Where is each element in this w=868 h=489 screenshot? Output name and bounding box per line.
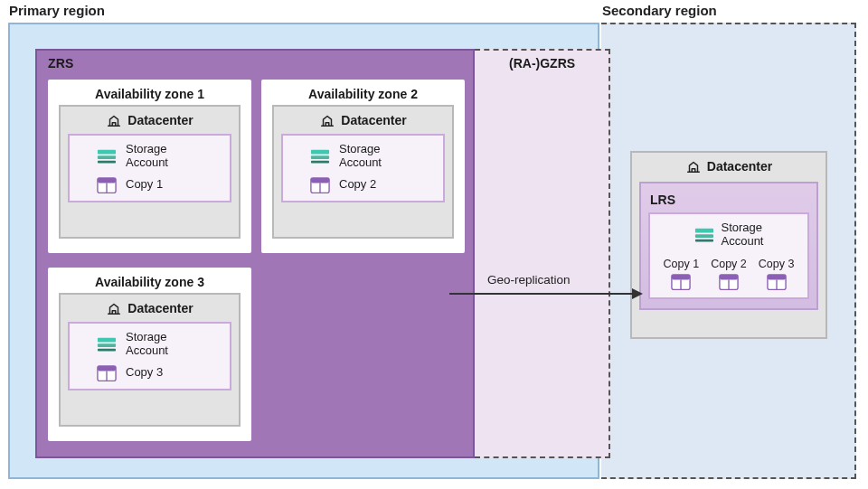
storage-account-icon (694, 227, 714, 243)
datacenter-icon (685, 158, 702, 174)
secondary-datacenter: Datacenter LRS Storage Account Copy 1 (630, 151, 827, 339)
svg-rect-26 (98, 349, 116, 352)
table-icon (671, 274, 691, 290)
svg-rect-0 (694, 229, 712, 233)
storage-box: Storage Account Copy 1 (68, 134, 231, 202)
datacenter-icon (319, 112, 335, 128)
svg-rect-25 (98, 343, 116, 347)
dc-label: Datacenter (341, 113, 406, 127)
storage-box: Storage Account Copy 3 (68, 322, 231, 390)
svg-rect-13 (98, 155, 116, 159)
table-icon (767, 274, 787, 290)
svg-rect-20 (311, 161, 329, 164)
primary-region: (RA-)GZRS ZRS Availability zone 1 Datace… (8, 23, 599, 479)
lrs-title: LRS (648, 191, 809, 212)
svg-rect-18 (311, 150, 329, 155)
lrs-copy-label: Copy 2 (711, 258, 747, 270)
secondary-dc-label: Datacenter (707, 159, 772, 174)
storage-label: Storage Account (126, 331, 168, 358)
svg-rect-4 (672, 275, 690, 279)
table-icon (719, 274, 739, 290)
dc-label: Datacenter (127, 301, 193, 315)
zrs-title: ZRS (48, 56, 74, 71)
datacenter-box: Datacenter Storage Account Copy 2 (272, 105, 454, 239)
storage-account-icon (97, 336, 117, 353)
geo-replication-arrow (449, 293, 641, 295)
storage-label: Storage Account (126, 143, 168, 170)
storage-label: Storage Account (339, 143, 382, 170)
secondary-region-label: Secondary region (602, 3, 717, 18)
svg-rect-7 (720, 275, 738, 279)
lrs-copy-label: Copy 1 (664, 258, 700, 270)
list-item: Copy 2 (711, 258, 747, 290)
copy-label: Copy 2 (339, 178, 376, 192)
az-title: Availability zone 1 (48, 80, 251, 105)
availability-zone-card: Availability zone 2 Datacenter Storage A… (261, 80, 465, 253)
az-title: Availability zone 3 (48, 268, 251, 293)
table-icon (97, 365, 117, 381)
datacenter-icon (106, 112, 122, 128)
list-item: Copy 3 (759, 258, 795, 290)
secondary-region: Datacenter LRS Storage Account Copy 1 (601, 23, 856, 479)
primary-region-label: Primary region (9, 3, 105, 18)
storage-box: Storage Account Copy 2 (281, 134, 445, 202)
svg-rect-2 (694, 240, 712, 242)
lrs-storage-label: Storage Account (722, 221, 764, 249)
svg-rect-16 (98, 178, 116, 183)
lrs-copy-label: Copy 3 (759, 258, 795, 270)
availability-zone-card: Availability zone 1 Datacenter Storage A… (48, 80, 251, 253)
lrs-storage-box: Storage Account Copy 1 Copy 2 Copy 3 (648, 212, 809, 299)
table-icon (97, 177, 117, 193)
storage-account-icon (310, 148, 330, 165)
list-item: Copy 1 (664, 258, 700, 290)
svg-rect-28 (98, 366, 116, 371)
svg-rect-22 (311, 178, 329, 183)
geo-replication-label: Geo-replication (487, 273, 571, 287)
gzrs-title: (RA-)GZRS (509, 56, 575, 71)
dc-label: Datacenter (127, 113, 193, 127)
svg-rect-14 (98, 161, 116, 164)
svg-rect-1 (694, 234, 712, 238)
datacenter-box: Datacenter Storage Account Copy 1 (59, 105, 241, 239)
svg-rect-24 (98, 338, 116, 343)
availability-zone-card: Availability zone 3 Datacenter Storage A… (48, 268, 251, 441)
svg-rect-19 (311, 155, 329, 159)
zrs-panel: ZRS Availability zone 1 Datacenter Stora… (35, 49, 475, 458)
lrs-panel: LRS Storage Account Copy 1 Copy 2 (639, 182, 818, 310)
svg-rect-12 (98, 150, 116, 155)
storage-account-icon (97, 148, 117, 165)
datacenter-box: Datacenter Storage Account Copy 3 (59, 293, 241, 427)
copy-label: Copy 3 (126, 366, 163, 380)
table-icon (310, 177, 330, 193)
svg-rect-10 (768, 275, 786, 279)
gzrs-strip: (RA-)GZRS (475, 49, 610, 458)
datacenter-icon (106, 300, 122, 316)
copy-label: Copy 1 (126, 178, 163, 192)
az-title: Availability zone 2 (261, 80, 465, 105)
lrs-copies-row: Copy 1 Copy 2 Copy 3 (657, 258, 800, 290)
